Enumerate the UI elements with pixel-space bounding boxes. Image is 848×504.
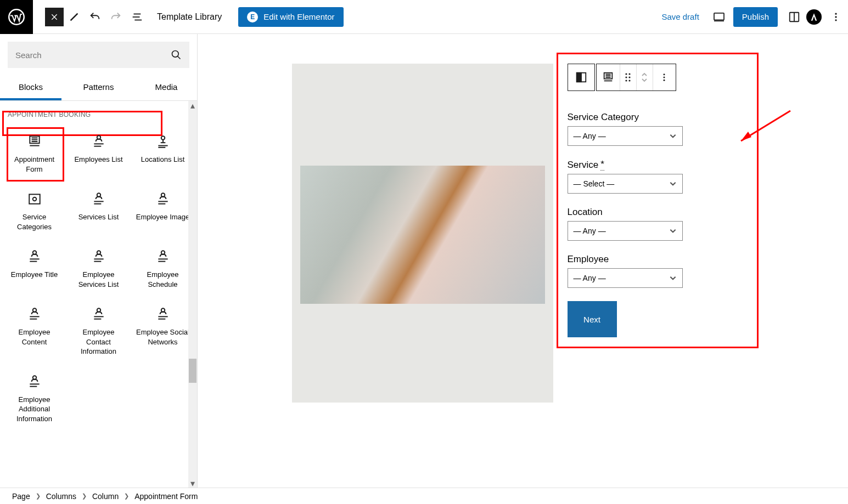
block-label: Locations List [141, 155, 185, 165]
svg-point-62 [625, 73, 627, 75]
block-label: Appointment Form [5, 155, 63, 174]
block-item-services-list[interactable]: Services List [66, 183, 131, 240]
block-label: Services List [78, 212, 119, 222]
placeholder-photo [300, 166, 545, 304]
block-item-employee-services-list[interactable]: Employee Services List [66, 240, 131, 298]
block-item-appointment-form[interactable]: Appointment Form [2, 125, 66, 183]
block-item-employee-image[interactable]: Employee Image [131, 183, 195, 240]
block-icon [155, 134, 171, 149]
drag-handle-icon[interactable] [620, 64, 636, 90]
scroll-up-icon[interactable]: ▴ [188, 101, 197, 110]
select-value: — Select — [574, 179, 615, 188]
publish-button[interactable]: Publish [733, 7, 778, 27]
select-value: — Any — [574, 226, 606, 235]
save-draft-button[interactable]: Save draft [661, 12, 699, 21]
block-options-icon[interactable] [653, 64, 676, 90]
select-value: — Any — [574, 274, 606, 282]
document-overview-icon[interactable] [126, 0, 147, 34]
field-label: Employee [568, 254, 754, 265]
svg-point-27 [32, 197, 36, 201]
svg-point-31 [161, 193, 165, 197]
block-item-employee-social-networks[interactable]: Employee Social Networks [131, 298, 195, 365]
chevron-right-icon: ❯ [124, 492, 129, 500]
tab-blocks[interactable]: Blocks [0, 76, 61, 100]
settings-panel-icon[interactable] [784, 7, 804, 27]
svg-point-65 [628, 76, 630, 78]
elementor-label: Edit with Elementor [263, 12, 334, 21]
select-service-category[interactable]: — Any — [568, 126, 683, 146]
block-icon [91, 191, 106, 207]
block-icon [27, 307, 42, 322]
svg-rect-26 [29, 194, 40, 203]
image-column[interactable] [292, 64, 553, 403]
scrollbar-thumb[interactable] [189, 359, 196, 383]
block-item-employee-additional-information[interactable]: Employee Additional Information [2, 365, 66, 433]
svg-point-10 [835, 13, 836, 14]
parent-block-button[interactable] [568, 64, 595, 91]
block-icon [91, 307, 106, 322]
tools-icon[interactable] [64, 0, 85, 34]
block-icon [91, 134, 106, 149]
block-label: Employee Contact Information [70, 327, 127, 356]
svg-point-11 [835, 16, 836, 18]
block-search[interactable] [8, 42, 189, 68]
chevron-down-icon [669, 275, 677, 281]
svg-point-67 [628, 80, 630, 81]
template-library-link[interactable]: Template Library [157, 12, 222, 22]
svg-point-34 [32, 251, 36, 254]
chevron-down-icon [669, 228, 677, 234]
block-type-icon[interactable] [597, 64, 620, 90]
search-icon[interactable] [171, 49, 182, 60]
tab-media[interactable]: Media [136, 76, 197, 100]
close-inserter-button[interactable] [45, 8, 64, 26]
block-item-employee-content[interactable]: Employee Content [2, 298, 66, 365]
block-label: Employee Social Networks [134, 327, 192, 347]
svg-rect-6 [714, 13, 724, 20]
breadcrumb-item[interactable]: Column [92, 492, 119, 501]
block-icon [155, 307, 171, 322]
redo-icon[interactable] [105, 0, 126, 34]
svg-rect-56 [576, 73, 581, 82]
select-location[interactable]: — Any — [568, 221, 683, 241]
svg-point-13 [172, 51, 179, 58]
preview-icon[interactable] [709, 7, 729, 27]
select-service[interactable]: — Select — [568, 174, 683, 194]
block-icon [155, 249, 171, 264]
block-item-employees-list[interactable]: Employees List [66, 125, 131, 183]
block-label: Employee Services List [70, 270, 127, 289]
breadcrumb-item[interactable]: Columns [46, 492, 76, 501]
tab-patterns[interactable]: Patterns [61, 76, 136, 100]
svg-point-37 [97, 251, 100, 254]
field-label: Service* [568, 159, 754, 171]
block-item-employee-schedule[interactable]: Employee Schedule [131, 240, 195, 298]
block-icon [27, 374, 42, 389]
block-item-employee-contact-information[interactable]: Employee Contact Information [66, 298, 131, 365]
scroll-down-icon[interactable]: ▾ [188, 479, 197, 488]
svg-point-0 [9, 9, 24, 25]
svg-point-63 [628, 73, 630, 75]
svg-point-28 [97, 193, 100, 197]
theme-avatar-icon[interactable] [806, 9, 822, 25]
edit-with-elementor-button[interactable]: E Edit with Elementor [238, 7, 343, 27]
svg-point-12 [835, 19, 836, 21]
options-icon[interactable] [826, 7, 846, 27]
next-button[interactable]: Next [568, 301, 617, 337]
appointment-form-block[interactable]: Service Category— Any —Service*— Select … [568, 64, 754, 337]
breadcrumb-item[interactable]: Appointment Form [134, 492, 198, 501]
block-label: Employee Additional Information [5, 395, 63, 424]
search-input[interactable] [15, 50, 171, 60]
move-arrows-icon[interactable] [636, 64, 653, 90]
block-item-employee-title[interactable]: Employee Title [2, 240, 66, 298]
block-item-service-categories[interactable]: Service Categories [2, 183, 66, 240]
block-icon [155, 191, 171, 207]
block-item-locations-list[interactable]: Locations List [131, 125, 195, 183]
svg-point-20 [97, 135, 100, 139]
svg-point-40 [161, 251, 165, 254]
block-label: Employees List [74, 155, 122, 165]
sidebar-scrollbar[interactable]: ▴ ▾ [188, 101, 197, 488]
category-header: APPOINTMENT BOOKING [0, 101, 197, 125]
undo-icon[interactable] [85, 0, 105, 34]
breadcrumb-item[interactable]: Page [12, 492, 30, 501]
wordpress-logo[interactable] [0, 0, 33, 34]
select-employee[interactable]: — Any — [568, 268, 683, 288]
